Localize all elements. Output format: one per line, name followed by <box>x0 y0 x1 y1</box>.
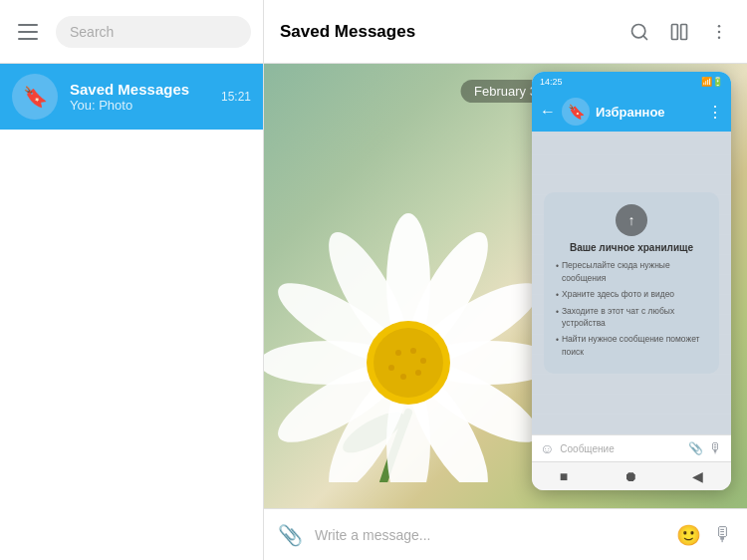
phone-home-button[interactable]: ⏺ <box>623 468 637 484</box>
bookmark-icon: 🔖 <box>23 85 48 109</box>
phone-chat-title: Избранное <box>596 105 701 120</box>
svg-point-25 <box>415 370 421 376</box>
phone-header: ← 🔖 Избранное ⋮ <box>532 92 731 132</box>
saved-desc-text-2: Храните здесь фото и видео <box>562 288 674 301</box>
saved-storage-icon: ↑ <box>616 204 647 236</box>
saved-card-descriptions: • Пересылайте сюда нужные сообщения • Хр… <box>556 259 707 358</box>
search-icon-button[interactable] <box>627 20 651 44</box>
sidebar: 🔖 Saved Messages You: Photo 15:21 <box>0 64 264 560</box>
phone-nav-bar: ■ ⏺ ◀ <box>532 461 731 490</box>
saved-desc-text-4: Найти нужное сообщение поможет поиск <box>562 333 707 359</box>
chat-title: Saved Messages <box>280 22 415 42</box>
svg-line-1 <box>643 35 647 39</box>
chat-preview: You: Photo <box>70 98 209 113</box>
phone-back-nav-button[interactable]: ◀ <box>692 468 703 484</box>
hamburger-line-1 <box>18 24 38 26</box>
chat-info: Saved Messages You: Photo <box>70 81 209 113</box>
saved-desc-item-2: • Храните здесь фото и видео <box>556 288 707 302</box>
svg-point-27 <box>388 365 394 371</box>
emoji-button[interactable]: 🙂 <box>676 523 701 547</box>
svg-rect-2 <box>672 24 678 39</box>
attach-button[interactable]: 📎 <box>278 523 303 547</box>
chat-time: 15:21 <box>221 90 251 104</box>
phone-bookmark-icon: 🔖 <box>568 104 585 120</box>
avatar: 🔖 <box>12 74 58 120</box>
svg-point-23 <box>410 348 416 354</box>
chat-area: February 3 14:25 📶🔋 ← 🔖 Избранное ⋮ ↑ <box>264 64 747 560</box>
phone-message-input[interactable]: Сообщение <box>560 443 682 454</box>
phone-more-icon[interactable]: ⋮ <box>707 103 723 122</box>
chat-header: Saved Messages <box>264 0 747 63</box>
phone-time: 14:25 <box>540 77 563 87</box>
phone-attach-icon[interactable]: 📎 <box>688 441 703 455</box>
sidebar-header: Search <box>0 0 264 63</box>
mic-button[interactable]: 🎙 <box>713 523 733 546</box>
phone-mic-icon[interactable]: 🎙 <box>709 440 723 456</box>
search-box[interactable]: Search <box>56 16 251 48</box>
phone-back-button[interactable]: ← <box>540 103 556 121</box>
more-icon-button[interactable] <box>707 20 731 44</box>
chat-name: Saved Messages <box>70 81 209 98</box>
svg-point-6 <box>718 36 721 39</box>
phone-avatar: 🔖 <box>562 98 590 126</box>
message-input[interactable] <box>315 527 664 543</box>
hamburger-button[interactable] <box>12 16 44 48</box>
saved-messages-chat-item[interactable]: 🔖 Saved Messages You: Photo 15:21 <box>0 64 263 130</box>
phone-input-bar: ☺ Сообщение 📎 🎙 <box>532 434 731 461</box>
saved-desc-item-4: • Найти нужное сообщение поможет поиск <box>556 333 707 359</box>
saved-desc-text-3: Заходите в этот чат с любых устройства <box>562 305 707 331</box>
columns-icon-button[interactable] <box>667 20 691 44</box>
svg-point-4 <box>718 24 721 27</box>
svg-rect-3 <box>681 24 687 39</box>
phone-stop-button[interactable]: ■ <box>560 468 568 484</box>
svg-point-24 <box>420 358 426 364</box>
message-input-bar: 📎 🙂 🎙 <box>264 508 747 560</box>
search-placeholder: Search <box>70 24 114 40</box>
header-icons <box>627 20 731 44</box>
top-bar: Search Saved Messages <box>0 0 747 64</box>
svg-point-5 <box>718 30 721 33</box>
saved-desc-item-3: • Заходите в этот чат с любых устройства <box>556 305 707 331</box>
daisy-flower-image <box>264 64 573 482</box>
phone-emoji-icon[interactable]: ☺ <box>540 440 554 456</box>
phone-messages: ↑ Ваше личное хранилище • Пересылайте сю… <box>532 132 731 434</box>
phone-screenshot: 14:25 📶🔋 ← 🔖 Избранное ⋮ ↑ Ваше личное х… <box>532 72 731 490</box>
saved-messages-card: ↑ Ваше личное хранилище • Пересылайте сю… <box>544 192 719 373</box>
hamburger-line-3 <box>18 38 38 40</box>
svg-point-21 <box>374 328 443 398</box>
saved-card-title: Ваше личное хранилище <box>556 242 707 253</box>
saved-desc-text-1: Пересылайте сюда нужные сообщения <box>562 259 707 285</box>
phone-status-bar: 14:25 📶🔋 <box>532 72 731 92</box>
svg-point-26 <box>400 374 406 380</box>
saved-desc-item-1: • Пересылайте сюда нужные сообщения <box>556 259 707 285</box>
main-area: 🔖 Saved Messages You: Photo 15:21 <box>0 64 747 560</box>
hamburger-line-2 <box>18 31 38 33</box>
phone-status-icons: 📶🔋 <box>701 77 723 87</box>
svg-point-22 <box>395 350 401 356</box>
